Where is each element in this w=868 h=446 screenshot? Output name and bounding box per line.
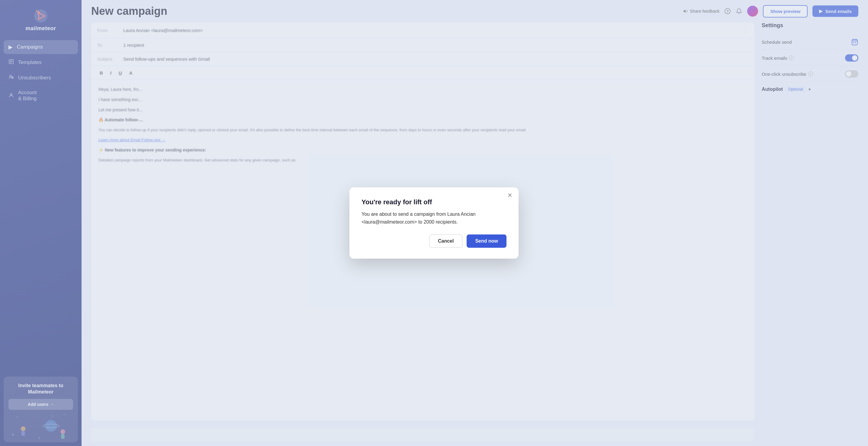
lift-off-modal: ✕ You're ready for lift off You are abou… xyxy=(349,187,519,258)
modal-body: You are about to send a campaign from La… xyxy=(362,210,506,226)
send-now-button[interactable]: Send now xyxy=(467,235,506,248)
modal-actions: Cancel Send now xyxy=(362,235,506,248)
cancel-button[interactable]: Cancel xyxy=(429,235,462,248)
modal-title: You're ready for lift off xyxy=(362,198,506,206)
modal-overlay: ✕ You're ready for lift off You are abou… xyxy=(0,0,868,446)
modal-close-button[interactable]: ✕ xyxy=(507,192,513,198)
